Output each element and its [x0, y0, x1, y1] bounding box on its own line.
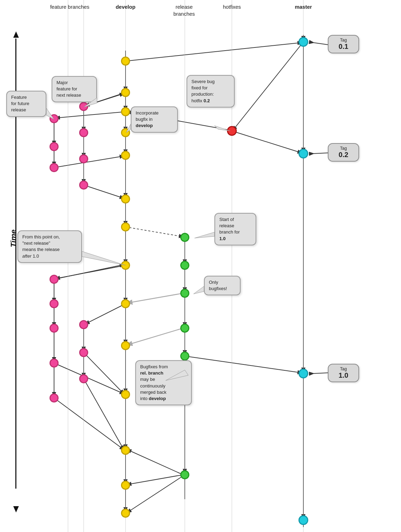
tag-01-value: 0.1 [333, 43, 354, 51]
svg-marker-68 [194, 286, 204, 294]
time-label: Time [9, 230, 18, 247]
node-develop-1 [121, 57, 130, 66]
col-label-hotfixes: hotfixes [213, 3, 251, 10]
node-master-4 [298, 515, 308, 525]
lane-master [303, 0, 304, 532]
node-develop-10 [121, 341, 130, 350]
callout-bugfixes-from: Bugfixes fromrel. branchmay becontinuous… [135, 360, 192, 405]
node-develop-2 [121, 88, 130, 97]
node-feature1-f [50, 324, 59, 333]
svg-line-55 [127, 475, 185, 512]
node-feature1-b [50, 142, 59, 151]
svg-line-38 [54, 156, 124, 168]
node-master-3 [298, 369, 308, 378]
svg-line-34 [126, 43, 302, 61]
tag-10: Tag 1.0 [328, 364, 359, 382]
svg-line-60 [313, 153, 328, 154]
svg-line-54 [85, 304, 126, 324]
node-feature2-b [79, 128, 88, 137]
node-feature1-a [50, 114, 59, 123]
svg-line-58 [54, 265, 124, 279]
svg-line-59 [313, 43, 328, 45]
tag-01-label: Tag [333, 38, 354, 43]
node-develop-4 [121, 128, 130, 137]
svg-line-45 [127, 328, 183, 345]
node-release-4 [180, 324, 189, 333]
time-arrow-up [13, 31, 19, 38]
node-feature2-e [79, 320, 88, 329]
node-feature2-d [79, 180, 88, 190]
tag-02: Tag 0.2 [328, 143, 359, 162]
svg-line-40 [232, 131, 302, 153]
node-release-2 [180, 261, 189, 270]
node-release-3 [180, 289, 189, 298]
tag-10-value: 1.0 [333, 371, 354, 379]
callout-feature-future: Featurefor futurerelease [6, 91, 46, 117]
callout-start-release: Start ofreleasebranch for1.0 [214, 213, 256, 245]
svg-line-52 [84, 379, 124, 450]
node-feature2-g [79, 374, 88, 383]
callout-major-feature: Majorfeature fornext release [52, 76, 97, 102]
col-label-master: master [286, 3, 321, 10]
node-release-5 [180, 352, 189, 361]
svg-line-42 [233, 42, 303, 130]
node-master-1 [298, 37, 308, 47]
node-feature2-f [79, 348, 88, 357]
node-develop-9 [121, 299, 130, 308]
svg-marker-67 [82, 251, 126, 265]
node-develop-13 [121, 481, 130, 490]
callout-incorporate-bugfix: Incorporatebugfix indevelop [131, 106, 178, 133]
svg-line-49 [54, 363, 124, 394]
node-develop-8 [121, 261, 130, 270]
svg-line-43 [126, 227, 183, 237]
svg-line-47 [127, 450, 183, 475]
svg-line-36 [56, 112, 126, 118]
node-develop-14 [121, 509, 130, 518]
node-feature1-c [50, 163, 59, 172]
node-master-2 [298, 149, 308, 158]
tag-10-label: Tag [333, 367, 354, 371]
node-feature2-a [79, 102, 88, 111]
node-feature1-g [50, 359, 59, 368]
node-develop-12 [121, 446, 130, 455]
node-develop-7 [121, 222, 130, 231]
tag-02-value: 0.2 [333, 151, 354, 159]
node-develop-3 [121, 107, 130, 116]
svg-line-51 [84, 353, 124, 394]
col-label-release: releasebranches [163, 3, 205, 17]
col-label-feature: feature branches [49, 3, 91, 10]
svg-line-53 [56, 265, 126, 279]
diagram-container: feature branches develop releasebranches… [0, 0, 401, 532]
node-feature2-c [79, 154, 88, 163]
col-label-develop: develop [108, 3, 143, 10]
node-release-1 [180, 233, 189, 242]
callout-severe-bug: Severe bugfixed forproduction:hotfix 0.2 [187, 75, 235, 108]
node-develop-6 [121, 194, 130, 204]
svg-line-48 [127, 475, 183, 485]
svg-line-61 [313, 373, 328, 374]
svg-line-46 [185, 356, 302, 373]
svg-line-39 [84, 185, 124, 198]
node-feature1-e [50, 299, 59, 308]
node-feature1-h [50, 393, 59, 402]
node-develop-11 [121, 390, 130, 399]
tag-01: Tag 0.1 [328, 35, 359, 53]
node-release-6 [180, 470, 189, 479]
callout-next-release: From this point on,"next release"means t… [17, 230, 82, 263]
node-feature1-d [50, 275, 59, 284]
node-hotfix-1 [227, 126, 237, 136]
svg-line-50 [54, 398, 124, 450]
callout-only-bugfixes: Onlybugfixes! [204, 276, 241, 295]
node-develop-5 [121, 151, 130, 160]
svg-line-44 [127, 293, 183, 303]
svg-marker-66 [195, 232, 214, 238]
tag-02-label: Tag [333, 146, 354, 151]
time-arrow-down [13, 506, 19, 512]
